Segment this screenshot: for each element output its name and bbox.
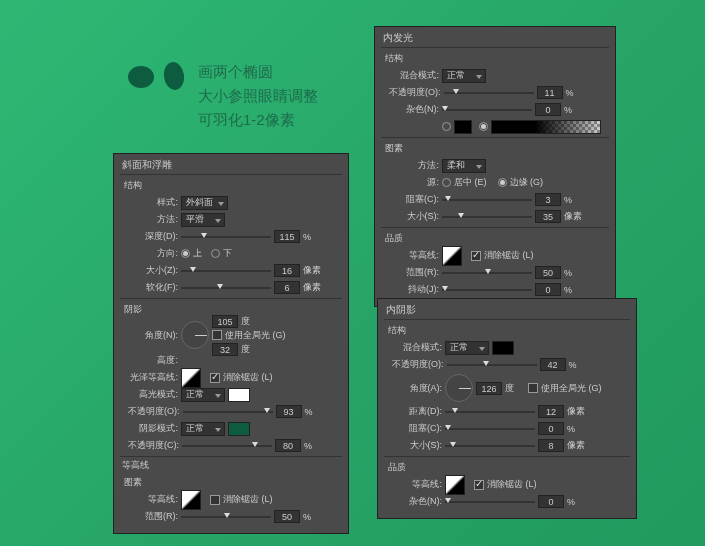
range-value[interactable]: 50 bbox=[535, 266, 561, 279]
color-radio[interactable] bbox=[442, 122, 451, 131]
section-label: 图素 bbox=[120, 474, 342, 491]
noise-slider[interactable] bbox=[442, 109, 532, 111]
highlight-opacity-slider[interactable] bbox=[183, 411, 273, 413]
glow-color-swatch[interactable] bbox=[454, 120, 472, 134]
choke-label: 阻塞(C): bbox=[392, 422, 442, 435]
blend-dropdown[interactable]: 正常 bbox=[445, 341, 489, 355]
gloss-label: 光泽等高线: bbox=[128, 371, 178, 384]
gradient-radio[interactable] bbox=[479, 122, 488, 131]
shadow-opacity-value[interactable]: 80 bbox=[275, 439, 301, 452]
antialias-checkbox[interactable] bbox=[474, 480, 484, 490]
shadow-color-swatch[interactable] bbox=[492, 341, 514, 355]
bevel-panel: 斜面和浮雕 结构 样式:外斜面 方法:平滑 深度(D):115% 方向:上下 大… bbox=[113, 153, 349, 534]
unit: 度 bbox=[241, 343, 261, 356]
contour-picker[interactable] bbox=[181, 490, 201, 510]
size-slider[interactable] bbox=[181, 270, 271, 272]
technique-label: 方法: bbox=[128, 213, 178, 226]
section-label: 品质 bbox=[381, 230, 609, 247]
section-label: 等高线 bbox=[120, 459, 342, 472]
range-slider[interactable] bbox=[442, 272, 532, 274]
soften-label: 软化(F): bbox=[128, 281, 178, 294]
section-label: 品质 bbox=[384, 459, 630, 476]
choke-value[interactable]: 0 bbox=[538, 422, 564, 435]
direction-up-radio[interactable] bbox=[181, 249, 190, 258]
jitter-label: 抖动(J): bbox=[389, 283, 439, 296]
size-value[interactable]: 16 bbox=[274, 264, 300, 277]
highlight-color-swatch[interactable] bbox=[228, 388, 250, 402]
range-value[interactable]: 50 bbox=[274, 510, 300, 523]
shadow-opacity-slider[interactable] bbox=[182, 445, 272, 447]
section-label: 结构 bbox=[381, 50, 609, 67]
noise-value[interactable]: 0 bbox=[535, 103, 561, 116]
soften-value[interactable]: 6 bbox=[274, 281, 300, 294]
depth-slider[interactable] bbox=[181, 236, 271, 238]
depth-value[interactable]: 115 bbox=[274, 230, 300, 243]
highlight-mode-dropdown[interactable]: 正常 bbox=[181, 388, 225, 402]
distance-value[interactable]: 12 bbox=[538, 405, 564, 418]
unit: 像素 bbox=[567, 405, 587, 418]
choke-slider[interactable] bbox=[445, 428, 535, 430]
unit: % bbox=[564, 268, 584, 278]
unit: % bbox=[564, 195, 584, 205]
opacity-label: 不透明度(O): bbox=[392, 358, 444, 371]
source-center-radio[interactable] bbox=[442, 178, 451, 187]
size-slider[interactable] bbox=[445, 445, 535, 447]
angle-dial[interactable] bbox=[181, 321, 209, 349]
choke-slider[interactable] bbox=[442, 199, 532, 201]
blend-dropdown[interactable]: 正常 bbox=[442, 69, 486, 83]
inner-shadow-panel: 内阴影 结构 混合模式:正常 不透明度(O):42% 角度(A):126度使用全… bbox=[377, 298, 637, 519]
angle-value[interactable]: 105 bbox=[212, 315, 238, 328]
source-label: 源: bbox=[389, 176, 439, 189]
antialias-checkbox[interactable] bbox=[210, 495, 220, 505]
opacity-value[interactable]: 11 bbox=[537, 86, 563, 99]
size-label: 大小(Z): bbox=[128, 264, 178, 277]
shadow-mode-dropdown[interactable]: 正常 bbox=[181, 422, 225, 436]
soften-slider[interactable] bbox=[181, 287, 271, 289]
contour-label: 等高线: bbox=[392, 478, 442, 491]
global-light-checkbox[interactable] bbox=[528, 383, 538, 393]
technique-dropdown[interactable]: 柔和 bbox=[442, 159, 486, 173]
opacity-value[interactable]: 42 bbox=[540, 358, 566, 371]
size-value[interactable]: 35 bbox=[535, 210, 561, 223]
contour-picker[interactable] bbox=[442, 246, 462, 266]
noise-value[interactable]: 0 bbox=[538, 495, 564, 508]
noise-slider[interactable] bbox=[445, 501, 535, 503]
angle-dial[interactable] bbox=[445, 374, 473, 402]
panel-title: 内阴影 bbox=[384, 303, 630, 317]
opacity-slider[interactable] bbox=[444, 92, 534, 94]
choke-value[interactable]: 3 bbox=[535, 193, 561, 206]
jitter-value[interactable]: 0 bbox=[535, 283, 561, 296]
section-label: 结构 bbox=[384, 322, 630, 339]
range-slider[interactable] bbox=[181, 516, 271, 518]
opacity-slider[interactable] bbox=[447, 364, 537, 366]
style-dropdown[interactable]: 外斜面 bbox=[181, 196, 228, 210]
unit: 像素 bbox=[303, 264, 323, 277]
contour-picker[interactable] bbox=[445, 475, 465, 495]
section-label: 结构 bbox=[120, 177, 342, 194]
unit: % bbox=[303, 232, 323, 242]
unit: 像素 bbox=[303, 281, 323, 294]
antialias-label: 消除锯齿 (L) bbox=[223, 493, 273, 506]
distance-slider[interactable] bbox=[445, 411, 535, 413]
unit: % bbox=[564, 285, 584, 295]
opacity-label: 不透明度(O): bbox=[389, 86, 441, 99]
direction-down-radio[interactable] bbox=[211, 249, 220, 258]
unit: % bbox=[567, 497, 587, 507]
gloss-contour-picker[interactable] bbox=[181, 368, 201, 388]
unit: % bbox=[304, 441, 324, 451]
size-slider[interactable] bbox=[442, 216, 532, 218]
gradient-picker[interactable] bbox=[491, 120, 601, 134]
altitude-value[interactable]: 32 bbox=[212, 343, 238, 356]
unit: % bbox=[305, 407, 325, 417]
size-value[interactable]: 8 bbox=[538, 439, 564, 452]
global-light-checkbox[interactable] bbox=[212, 330, 222, 340]
angle-value[interactable]: 126 bbox=[476, 382, 502, 395]
source-edge-radio[interactable] bbox=[498, 178, 507, 187]
antialias-checkbox[interactable] bbox=[210, 373, 220, 383]
technique-dropdown[interactable]: 平滑 bbox=[181, 213, 225, 227]
jitter-slider[interactable] bbox=[442, 289, 532, 291]
instruction-text: 画两个椭圆 大小参照眼睛调整 可羽化1-2像素 bbox=[198, 60, 318, 132]
antialias-checkbox[interactable] bbox=[471, 251, 481, 261]
highlight-opacity-value[interactable]: 93 bbox=[276, 405, 302, 418]
shadow-color-swatch[interactable] bbox=[228, 422, 250, 436]
